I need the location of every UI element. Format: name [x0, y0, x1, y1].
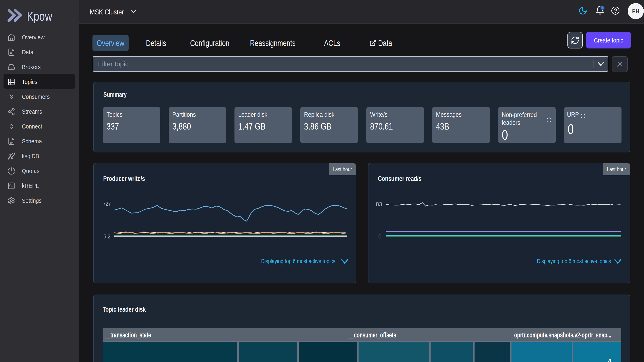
svg-text:727: 727	[103, 201, 111, 207]
svg-text:83: 83	[376, 201, 382, 207]
svg-text:0: 0	[378, 234, 382, 240]
svg-text:5.2: 5.2	[104, 234, 110, 240]
